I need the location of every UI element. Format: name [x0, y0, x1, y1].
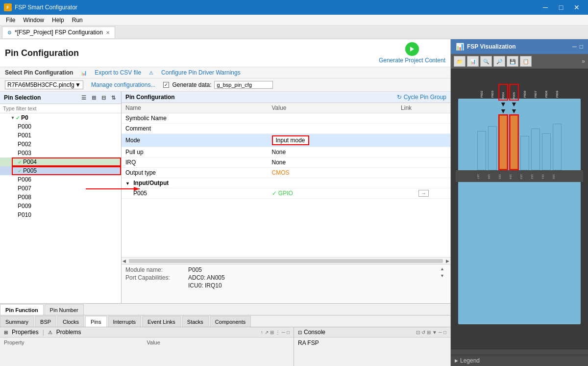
prop-tool-6[interactable]: □: [287, 330, 290, 335]
vis-min-icon[interactable]: ─: [572, 43, 577, 50]
vis-btn-2[interactable]: 📊: [467, 56, 479, 67]
menu-file[interactable]: File: [2, 16, 19, 25]
tree-group-p0[interactable]: ▼ ✓ P0: [0, 113, 121, 122]
tree-item-p004[interactable]: ✓ P004: [0, 157, 121, 166]
table-row-mode[interactable]: Mode Input mode: [122, 134, 450, 147]
info-scrollbar[interactable]: ▲ ▼: [440, 266, 446, 278]
expand-icon[interactable]: ⊞: [90, 94, 98, 102]
row-value-symbolic[interactable]: [268, 113, 397, 124]
generate-button[interactable]: Generate Project Content: [379, 42, 445, 64]
console-tool-4[interactable]: ▼: [432, 330, 437, 335]
vis-btn-4[interactable]: 🔎: [493, 56, 505, 67]
tab-pins[interactable]: Pins: [85, 316, 106, 327]
tab-fsp-configuration[interactable]: ⚙ *[FSP_Project] FSP Configuration ✕: [2, 26, 115, 38]
menu-window[interactable]: Window: [19, 16, 48, 25]
tab-components[interactable]: Components: [210, 316, 251, 327]
tree-item-p001[interactable]: P001: [0, 131, 121, 140]
vis-btn-6[interactable]: 📋: [520, 56, 532, 67]
table-row-p005[interactable]: P005 ✓ GPIO →: [122, 188, 450, 199]
tree-item-p003[interactable]: P003: [0, 149, 121, 157]
export-csv-link[interactable]: Export to CSV file: [95, 69, 141, 76]
tree-item-p010[interactable]: P010: [0, 210, 121, 219]
horizontal-scrollbar[interactable]: ◀ ▶: [122, 257, 450, 264]
list-icon[interactable]: ☰: [80, 94, 88, 102]
prop-tool-2[interactable]: ↗: [265, 330, 269, 335]
h-scroll-thumb[interactable]: [129, 259, 443, 263]
configure-warnings-link[interactable]: Configure Pin Driver Warnings: [161, 69, 241, 76]
prop-tool-1[interactable]: ↑: [261, 330, 263, 335]
console-tool-1[interactable]: ⊡: [416, 330, 420, 335]
console-tool-2[interactable]: ↺: [421, 330, 425, 335]
tree-p005-check: ✓: [18, 168, 22, 174]
maximize-button[interactable]: □: [554, 0, 568, 15]
tree-item-p006[interactable]: P006: [0, 175, 121, 184]
console-tool-3[interactable]: ⊞: [427, 330, 431, 335]
info-scroll-up-icon[interactable]: ▲: [440, 266, 444, 271]
tab-summary[interactable]: Summary: [0, 316, 34, 327]
tab-pin-function[interactable]: Pin Function: [0, 304, 44, 315]
col-name: Name: [122, 103, 268, 113]
collapse-icon[interactable]: ⊟: [99, 94, 107, 102]
table-row-irq[interactable]: IRQ None: [122, 157, 450, 168]
prop-tool-3[interactable]: ⊞: [270, 330, 274, 335]
tab-stacks[interactable]: Stacks: [182, 316, 209, 327]
row-link-p005[interactable]: →: [397, 188, 450, 199]
prop-tool-5[interactable]: ─: [282, 330, 285, 335]
console-tool-5[interactable]: ─: [439, 330, 442, 335]
tree-view: ▼ ✓ P0 P000 P001: [0, 113, 121, 303]
tree-item-p002[interactable]: P002: [0, 140, 121, 149]
row-value-comment[interactable]: [268, 124, 397, 134]
row-value-pullup[interactable]: None: [268, 147, 397, 157]
tree-item-p009[interactable]: P009: [0, 202, 121, 210]
value-col-header: Value: [147, 340, 290, 364]
vis-max-icon[interactable]: □: [580, 43, 583, 50]
cycle-pin-group-button[interactable]: ↻ Cycle Pin Group: [397, 94, 446, 101]
h-scroll-left-icon[interactable]: ◀: [122, 259, 127, 263]
row-value-mode[interactable]: Input mode: [268, 134, 397, 147]
table-row-symbolic-name[interactable]: Symbolic Name: [122, 113, 450, 124]
module-info-panel: Module name: P005 Port Capabilities: ADC…: [122, 264, 450, 303]
table-row-comment[interactable]: Comment: [122, 124, 450, 134]
manage-configurations-link[interactable]: Manage configurations...: [91, 81, 155, 88]
config-file-select[interactable]: R7FA6M5BH3CFC.pincfg ▼: [5, 80, 83, 89]
generate-data-input[interactable]: [214, 81, 273, 89]
tab-clocks[interactable]: Clocks: [57, 316, 84, 327]
minimize-button[interactable]: ─: [538, 0, 553, 15]
prop-tool-4[interactable]: ⋮: [275, 330, 280, 335]
io-group-arrow[interactable]: ▼: [125, 181, 130, 186]
vis-btn-5[interactable]: 💾: [507, 56, 518, 67]
row-value-p005[interactable]: ✓ GPIO: [268, 188, 397, 199]
tree-item-p007[interactable]: P007: [0, 184, 121, 193]
sort-icon[interactable]: ⇅: [109, 94, 117, 102]
filter-input[interactable]: [0, 104, 121, 113]
tab-interrupts[interactable]: Interrupts: [108, 316, 141, 327]
vis-btn-3[interactable]: 🔍: [480, 56, 492, 67]
generate-data-checkbox[interactable]: ✓: [163, 82, 169, 88]
arrows-row: ▼ ▼ ▼ ▼: [456, 101, 583, 114]
info-scroll-down-icon[interactable]: ▼: [440, 273, 444, 278]
tree-item-p005[interactable]: ✓ P005: [0, 166, 121, 175]
legend-bar[interactable]: ▶ Legend: [451, 355, 588, 366]
right-panel-hscroll[interactable]: [451, 349, 588, 355]
properties-sep: |: [43, 329, 44, 336]
console-tool-6[interactable]: □: [443, 330, 446, 335]
vis-btn-1[interactable]: 📁: [454, 56, 466, 67]
row-label-mode: Mode: [122, 134, 268, 147]
vis-more-icon[interactable]: »: [582, 58, 585, 65]
tab-event-links[interactable]: Event Links: [142, 316, 181, 327]
table-row-pullup[interactable]: Pull up None: [122, 147, 450, 157]
close-button[interactable]: ✕: [569, 0, 584, 15]
tab-bsp[interactable]: BSP: [35, 316, 56, 327]
menu-run[interactable]: Run: [68, 16, 87, 25]
row-value-output-type[interactable]: CMOS: [268, 168, 397, 178]
tree-item-p000[interactable]: P000: [0, 122, 121, 131]
tab-pin-number[interactable]: Pin Number: [45, 304, 84, 315]
h-scroll-right-icon[interactable]: ▶: [445, 259, 450, 263]
table-row-output-type[interactable]: Output type CMOS: [122, 168, 450, 178]
tree-item-p008[interactable]: P008: [0, 193, 121, 202]
menu-help[interactable]: Help: [48, 16, 68, 25]
tab-close-icon[interactable]: ✕: [106, 30, 110, 35]
row-value-irq[interactable]: None: [268, 157, 397, 168]
bottom-area: ⊞ Properties | ⚠ Problems ↑ ↗ ⊞ ⋮ ─ □: [0, 327, 450, 366]
gpio-link-button[interactable]: →: [418, 190, 429, 197]
